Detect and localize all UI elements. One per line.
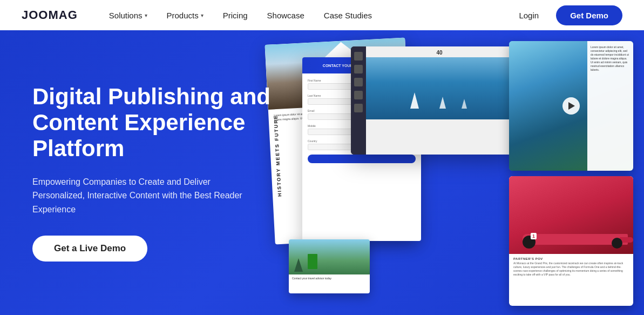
sailboat-icon-2 bbox=[439, 97, 446, 109]
f1-number: 1 bbox=[531, 233, 537, 239]
tree-icon bbox=[294, 258, 303, 272]
sailboat-icon-1 bbox=[410, 92, 419, 109]
logo[interactable]: JOOMAG bbox=[22, 8, 78, 22]
nav-item-showcase[interactable]: Showcase bbox=[257, 0, 314, 30]
chevron-down-icon: ▾ bbox=[201, 12, 204, 18]
right-cards: Lorem ipsum dolor sit amet, consectetur … bbox=[509, 41, 633, 306]
card-text-overlay: Lorem ipsum dolor sit amet, consectetur … bbox=[587, 41, 633, 171]
nav-item-case-studies[interactable]: Case Studies bbox=[314, 0, 382, 30]
hero-subtitle: Empowering Companies to Create and Deliv… bbox=[32, 175, 259, 217]
landscape-image bbox=[289, 239, 370, 274]
nav-right: Login Get Demo bbox=[512, 5, 622, 25]
play-button[interactable] bbox=[562, 97, 580, 115]
editor-tool-4[interactable] bbox=[354, 91, 363, 99]
hero-left: Digital Publishing and Content Experienc… bbox=[32, 84, 292, 262]
nav-products-label: Products bbox=[167, 11, 199, 20]
editor-tool-3[interactable] bbox=[354, 78, 363, 86]
nav-item-pricing[interactable]: Pricing bbox=[213, 0, 257, 30]
hero-title: Digital Publishing and Content Experienc… bbox=[32, 84, 292, 162]
form-submit-button[interactable] bbox=[308, 155, 416, 163]
chevron-down-icon: ▾ bbox=[145, 12, 147, 18]
nav-item-solutions[interactable]: Solutions ▾ bbox=[99, 0, 157, 30]
editor-tool-1[interactable] bbox=[354, 52, 363, 61]
nav-item-products[interactable]: Products ▾ bbox=[157, 0, 213, 30]
nav-pricing-label: Pricing bbox=[223, 11, 248, 20]
hero-visuals: HISTORY MEETS FUTURE Lorem ipsum dolor s… bbox=[259, 30, 644, 315]
editor-tool-2[interactable] bbox=[354, 65, 363, 73]
landscape-card: Contact your travel advisor today bbox=[289, 239, 370, 293]
partner-label: PARTNER'S POV bbox=[513, 257, 629, 260]
nav-case-studies-label: Case Studies bbox=[324, 11, 372, 20]
partner-card-text: PARTNER'S POV At Monaco at the Grand Pri… bbox=[509, 254, 633, 280]
f1-wheel-front bbox=[612, 238, 622, 249]
editor-tool-5[interactable] bbox=[354, 104, 363, 112]
nav-links: Solutions ▾ Products ▾ Pricing Showcase … bbox=[99, 0, 513, 30]
sailboat-icon-3 bbox=[462, 99, 467, 109]
get-demo-nav-button[interactable]: Get Demo bbox=[556, 5, 622, 25]
nav-solutions-label: Solutions bbox=[109, 11, 143, 20]
editor-preview-image bbox=[366, 57, 513, 119]
editor-card: 40 bbox=[351, 46, 513, 155]
partner-body-text: At Monaco at the Grand Prix, the customi… bbox=[513, 262, 629, 277]
f1-car-icon: 1 bbox=[520, 224, 628, 251]
hero-section: Digital Publishing and Content Experienc… bbox=[0, 30, 644, 315]
landscape-text: Contact your travel advisor today bbox=[289, 274, 370, 282]
f1-image: 1 bbox=[509, 176, 633, 254]
login-button[interactable]: Login bbox=[512, 6, 545, 24]
sign-icon bbox=[308, 254, 317, 269]
editor-content: 40 bbox=[366, 46, 513, 155]
editor-toolbar bbox=[351, 46, 366, 155]
hero-cta-button[interactable]: Get a Live Demo bbox=[32, 236, 147, 262]
editor-page-number: 40 bbox=[436, 50, 442, 56]
play-icon bbox=[568, 102, 575, 110]
nav-showcase-label: Showcase bbox=[267, 11, 304, 20]
card-f1: 1 PARTNER'S POV At Monaco at the Grand P… bbox=[509, 176, 633, 306]
navbar: JOOMAG Solutions ▾ Products ▾ Pricing Sh… bbox=[0, 0, 644, 30]
card-scenic: Lorem ipsum dolor sit amet, consectetur … bbox=[509, 41, 633, 171]
